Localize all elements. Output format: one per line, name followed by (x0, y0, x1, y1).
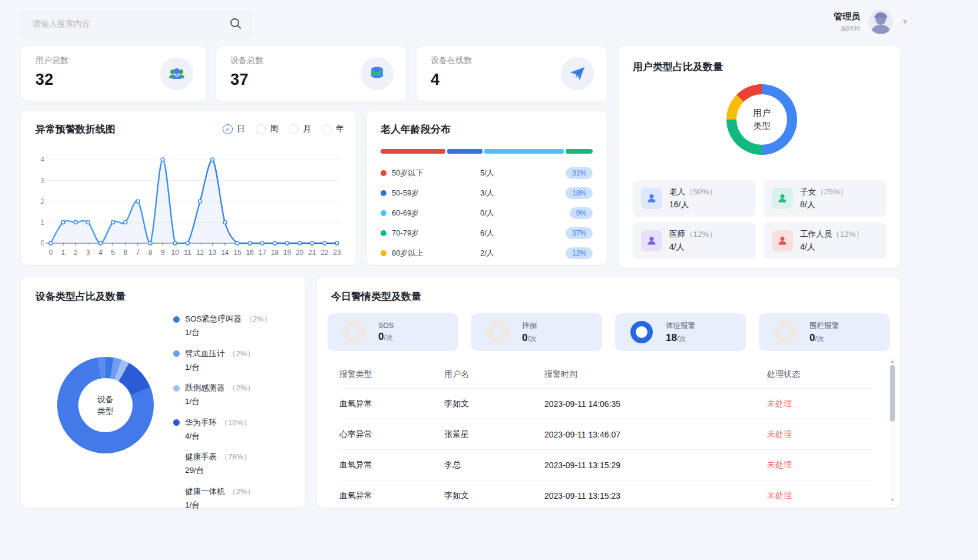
age-percent-badge: 18% (566, 187, 593, 199)
avatar[interactable] (868, 9, 893, 34)
age-count: 5/人 (480, 168, 545, 178)
user-legend-item[interactable]: 医师（12%）4/人 (633, 223, 755, 259)
user-legend-label: 工作人员（12%） (800, 229, 864, 240)
device-legend-item[interactable]: 华为手环（10%）4/台 (173, 417, 272, 443)
admin-profile[interactable]: 管理员 admin ▼ (834, 9, 908, 34)
age-distribution-panel: 老人年龄段分布 50岁以下5/人31%50-59岁3/人18%60-69岁0/人… (366, 111, 607, 265)
device-legend-item[interactable]: 跌倒感测器（2%）1/台 (173, 382, 272, 408)
user-legend-item[interactable]: 工作人员（12%）4/人 (764, 223, 886, 259)
legend-dot-icon (381, 250, 386, 256)
table-header-cell: 用户名 (444, 369, 544, 380)
alarm-table: 报警类型用户名报警时间处理状态血氧异常李如文2023-09-11 14:06:3… (339, 360, 873, 508)
cell-username: 李总 (444, 460, 544, 470)
table-scrollbar[interactable]: ▲ ▼ (890, 358, 896, 503)
device-legend-label: 健康手表 (185, 451, 217, 463)
search-icon[interactable] (229, 17, 242, 30)
scroll-down-icon[interactable]: ▼ (890, 498, 896, 502)
age-bar-segment (566, 149, 593, 154)
alarm-type-card[interactable]: SOS0/次 (328, 313, 458, 351)
alarm-ring-icon (774, 321, 797, 343)
svg-text:23: 23 (333, 248, 341, 257)
radio-year[interactable]: 年 (322, 124, 344, 134)
age-bar-segment (484, 149, 564, 154)
user-legend-text: 子女（25%）8/人 (800, 187, 848, 210)
legend-dot-icon (381, 190, 386, 196)
cell-alarm-type: 血氧异常 (339, 491, 444, 501)
svg-text:21: 21 (308, 248, 316, 257)
svg-text:14: 14 (221, 248, 229, 257)
device-legend-percent: （2%） (229, 382, 255, 394)
svg-text:1: 1 (61, 248, 65, 257)
svg-text:7: 7 (136, 248, 140, 257)
age-percent-badge: 37% (566, 227, 593, 239)
cell-username: 张景星 (444, 429, 544, 440)
cell-alarm-type: 血氧异常 (339, 460, 444, 470)
device-legend-percent: （2%） (229, 486, 255, 498)
radio-circle-icon (322, 124, 332, 134)
cell-alarm-type: 血氧异常 (339, 399, 444, 409)
age-range-label: 80岁以上 (392, 248, 480, 259)
radio-day[interactable]: ✓ 日 (223, 124, 245, 134)
chevron-down-icon[interactable]: ▼ (901, 18, 908, 26)
svg-text:9: 9 (161, 248, 165, 257)
table-row[interactable]: 心率异常张景星2023-09-11 13:46:07未处理 (339, 419, 873, 450)
cell-alarm-time: 2023-09-11 14:06:35 (544, 399, 767, 409)
svg-text:22: 22 (321, 248, 329, 257)
age-count: 0/人 (480, 208, 545, 218)
user-legend-text: 工作人员（12%）4/人 (800, 229, 864, 253)
table-header-row: 报警类型用户名报警时间处理状态 (339, 360, 873, 389)
panel-title: 设备类型占比及数量 (35, 290, 291, 303)
alarm-chip-text: 围栏报警0/次 (810, 321, 839, 344)
svg-text:3: 3 (41, 177, 45, 185)
period-radio-group: ✓ 日 周 月 年 (223, 124, 344, 134)
radio-week[interactable]: 周 (256, 124, 278, 134)
user-legend-text: 老人（50%）16/人 (669, 187, 717, 210)
device-legend-label: 跌倒感测器 (185, 382, 225, 394)
device-legend-item[interactable]: 健康手表（78%）29/台 (173, 451, 272, 477)
alarm-type-card[interactable]: 体征报警18/次 (615, 313, 746, 351)
user-legend-count: 8/人 (800, 200, 848, 210)
alarm-type-card[interactable]: 摔倒0/次 (471, 313, 602, 351)
svg-text:13: 13 (209, 248, 217, 257)
device-legend-count: 1/台 (185, 327, 272, 339)
scrollbar-thumb[interactable] (890, 365, 895, 422)
table-row[interactable]: 血氧异常李如文2023-09-11 14:06:35未处理 (339, 389, 873, 419)
device-legend-line: 跌倒感测器（2%） (173, 382, 272, 394)
device-legend-count: 1/台 (185, 499, 272, 511)
age-range-label: 50-59岁 (392, 188, 480, 198)
legend-dot-icon (381, 170, 386, 176)
person-icon (772, 230, 793, 251)
user-legend-item[interactable]: 子女（25%）8/人 (764, 180, 886, 217)
panel-title: 今日警情类型及数量 (331, 290, 886, 303)
line-chart: 0123401234567891011121314151617181920212… (35, 144, 342, 267)
svg-text:15: 15 (233, 248, 242, 257)
radio-month[interactable]: 月 (289, 124, 311, 134)
age-range-label: 70-79岁 (392, 228, 480, 238)
table-row[interactable]: 血氧异常李总2023-09-11 13:15:29未处理 (339, 450, 873, 481)
svg-text:16: 16 (246, 248, 254, 257)
stat-card-online: 设备在线数 4 (417, 46, 607, 101)
age-row: 50岁以下5/人31% (381, 163, 593, 183)
device-legend-item[interactable]: SOS紧急呼叫器（2%）1/台 (173, 313, 272, 339)
table-header-cell: 报警时间 (544, 369, 767, 380)
svg-text:18: 18 (271, 248, 279, 257)
scroll-up-icon[interactable]: ▲ (890, 359, 896, 363)
panel-title: 老人年龄段分布 (381, 122, 593, 136)
search-input[interactable] (32, 19, 229, 28)
age-row: 80岁以上2/人12% (381, 243, 593, 263)
today-alarm-panel: 今日警情类型及数量 SOS0/次摔倒0/次体征报警18/次围栏报警0/次 报警类… (317, 277, 900, 508)
radio-checked-icon: ✓ (223, 124, 233, 134)
user-legend-label: 子女（25%） (800, 187, 848, 197)
table-row[interactable]: 血氧异常李如文2023-09-11 13:15:23未处理 (339, 481, 873, 508)
alarm-type-card[interactable]: 围栏报警0/次 (759, 313, 890, 351)
age-count: 3/人 (480, 188, 545, 198)
age-rows: 50岁以下5/人31%50-59岁3/人18%60-69岁0/人0%70-79岁… (381, 163, 593, 263)
legend-dot-icon (381, 210, 386, 216)
device-legend-item[interactable]: 健康一体机（2%）1/台 (173, 486, 272, 512)
svg-text:17: 17 (259, 248, 267, 257)
alarm-chip-text: SOS0/次 (378, 322, 394, 343)
device-legend-item[interactable]: 臂式血压计（2%）1/台 (173, 348, 272, 374)
user-legend-item[interactable]: 老人（50%）16/人 (633, 180, 755, 217)
device-legend-line: 臂式血压计（2%） (173, 348, 272, 360)
device-legend-label: 华为手环 (185, 417, 217, 429)
